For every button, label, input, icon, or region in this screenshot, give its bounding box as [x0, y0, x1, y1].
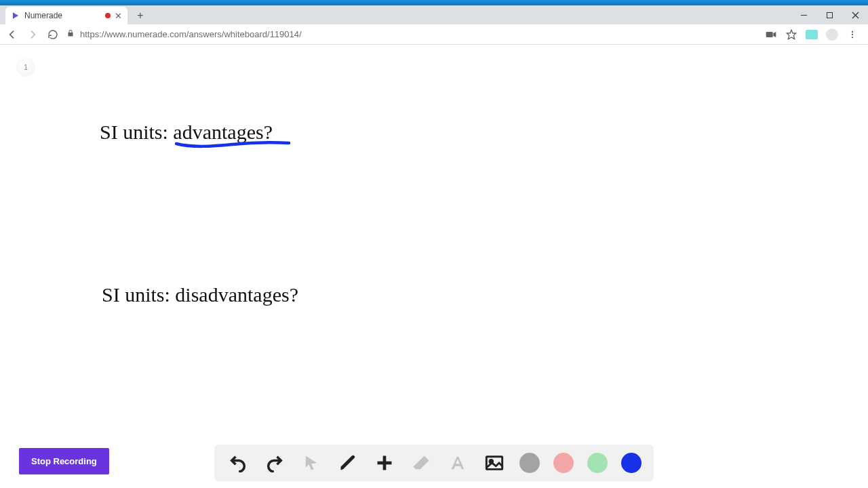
undo-button[interactable] [226, 451, 250, 474]
new-tab-button[interactable]: + [132, 7, 149, 24]
toolbar-right [765, 28, 863, 41]
minimize-button[interactable] [791, 5, 816, 24]
svg-marker-6 [773, 32, 776, 37]
eraser-tool[interactable] [410, 451, 433, 474]
page-content: 1 SI units: advantages? SI units: disadv… [0, 45, 868, 488]
svg-rect-2 [827, 12, 832, 18]
tab-strip: Numerade ✕ + [0, 5, 868, 24]
close-tab-icon[interactable]: ✕ [115, 12, 122, 20]
underline-stroke [175, 140, 290, 150]
window-accent [0, 0, 868, 5]
window-close-button[interactable] [842, 5, 868, 24]
browser-tab[interactable]: Numerade ✕ [5, 7, 127, 24]
svg-point-9 [852, 33, 853, 35]
star-icon[interactable] [785, 28, 797, 41]
svg-rect-5 [766, 32, 773, 37]
reload-button[interactable] [46, 28, 60, 41]
maximize-button[interactable] [816, 5, 842, 24]
address-bar[interactable]: https://www.numerade.com/answers/whitebo… [66, 29, 758, 39]
color-swatch-blue[interactable] [621, 453, 642, 473]
image-tool[interactable] [483, 451, 506, 474]
svg-point-10 [852, 36, 853, 37]
color-swatch-gray[interactable] [519, 453, 540, 473]
favicon-icon [11, 11, 20, 20]
whiteboard-toolbar [214, 445, 654, 481]
svg-point-8 [852, 30, 853, 32]
back-button[interactable] [5, 28, 19, 41]
extension-icon[interactable] [806, 30, 818, 39]
recording-icon [105, 13, 111, 18]
whiteboard-text-disadvantages: SI units: disadvantages? [102, 283, 298, 306]
window-controls [791, 5, 868, 24]
add-tool[interactable] [373, 451, 396, 474]
url-text: https://www.numerade.com/answers/whitebo… [80, 29, 302, 39]
tab-title: Numerade [24, 11, 101, 20]
redo-button[interactable] [263, 451, 286, 474]
camera-icon[interactable] [765, 28, 777, 41]
svg-marker-7 [787, 30, 795, 39]
profile-avatar[interactable] [826, 28, 838, 41]
menu-icon[interactable] [846, 28, 859, 41]
color-swatch-green[interactable] [587, 453, 608, 473]
lock-icon [66, 29, 75, 39]
pointer-tool[interactable] [300, 451, 323, 474]
text-tool[interactable] [446, 451, 469, 474]
pen-tool[interactable] [336, 451, 359, 474]
svg-marker-0 [13, 12, 18, 18]
slide-number-badge: 1 [17, 58, 35, 76]
color-swatch-pink[interactable] [553, 453, 574, 473]
forward-button[interactable] [26, 28, 39, 41]
stop-recording-button[interactable]: Stop Recording [19, 448, 109, 474]
nav-bar: https://www.numerade.com/answers/whitebo… [0, 24, 868, 45]
